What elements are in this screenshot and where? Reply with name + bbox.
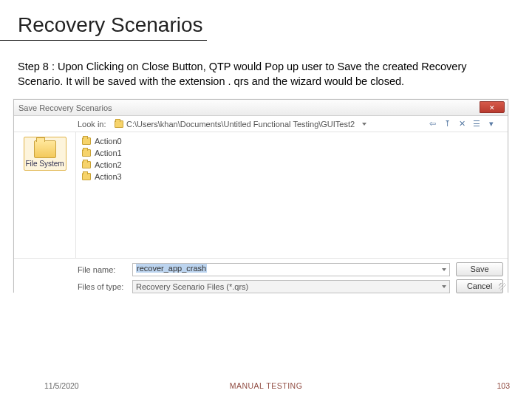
chevron-down-icon [442, 285, 446, 288]
step-description: Step 8 : Upon Clicking on Close Button, … [0, 41, 532, 96]
file-name: Action1 [95, 149, 122, 157]
dialog-body: File System Action0 Action1 Action2 Acti… [14, 132, 508, 258]
sidebar-item-filesystem[interactable]: File System [24, 137, 66, 171]
page-title: Recovery Scenarios [0, 0, 207, 41]
dialog-footer: File name: recover_app_crash Save Files … [14, 258, 508, 299]
filename-input[interactable]: recover_app_crash [132, 263, 450, 276]
file-name: Action3 [95, 172, 122, 181]
delete-icon[interactable]: ✕ [456, 118, 468, 130]
save-button[interactable]: Save [456, 262, 503, 276]
close-button[interactable]: ✕ [480, 101, 505, 113]
filetype-value: Recovery Scenario Files (*.qrs) [136, 282, 248, 291]
filename-value: recover_app_crash [136, 264, 207, 273]
sidebar-item-label: File System [24, 160, 66, 168]
folder-icon [82, 161, 91, 168]
lookin-bar: Look in: C:\Users\khan\Documents\Untitle… [14, 116, 508, 132]
filetype-select[interactable]: Recovery Scenario Files (*.qrs) [132, 280, 450, 293]
chevron-down-icon[interactable] [442, 268, 446, 271]
dialog-title: Save Recovery Scenarios [18, 103, 112, 112]
view-icon[interactable]: ☰ [471, 118, 482, 130]
footer-center: MANUAL TESTING [230, 381, 303, 390]
menu-caret-icon[interactable]: ▾ [485, 118, 497, 130]
places-sidebar: File System [14, 132, 76, 258]
folder-icon [115, 120, 123, 128]
nav-icon-group: ⇦ ⤒ ✕ ☰ ▾ [426, 118, 497, 130]
lookin-label: Look in: [78, 120, 110, 129]
file-name: Action2 [95, 160, 122, 169]
save-dialog: Save Recovery Scenarios ✕ Look in: C:\Us… [13, 99, 508, 293]
up-icon[interactable]: ⤒ [441, 118, 453, 130]
resize-grip-icon[interactable] [499, 283, 506, 290]
lookin-path[interactable]: C:\Users\khan\Documents\Untitled Functio… [115, 120, 366, 129]
filename-label: File name: [78, 265, 126, 274]
file-name: Action0 [95, 137, 122, 146]
file-list[interactable]: Action0 Action1 Action2 Action3 [76, 132, 508, 258]
lookin-path-text: C:\Users\khan\Documents\Untitled Functio… [126, 120, 355, 129]
chevron-down-icon[interactable] [362, 123, 366, 126]
folder-icon [82, 137, 91, 145]
folder-icon [34, 140, 56, 158]
footer-page-number: 103 [497, 381, 510, 390]
folder-icon [82, 173, 91, 180]
filetype-label: Files of type: [78, 282, 126, 291]
dialog-titlebar[interactable]: Save Recovery Scenarios ✕ [14, 100, 508, 116]
back-icon[interactable]: ⇦ [426, 118, 438, 130]
cancel-button[interactable]: Cancel [456, 279, 503, 293]
footer-date: 11/5/2020 [44, 381, 79, 390]
list-item[interactable]: Action3 [82, 171, 502, 183]
list-item[interactable]: Action1 [82, 147, 502, 159]
folder-icon [82, 149, 91, 157]
slide-footer: 11/5/2020 MANUAL TESTING 103 [0, 381, 532, 390]
list-item[interactable]: Action0 [82, 135, 502, 147]
list-item[interactable]: Action2 [82, 159, 502, 171]
